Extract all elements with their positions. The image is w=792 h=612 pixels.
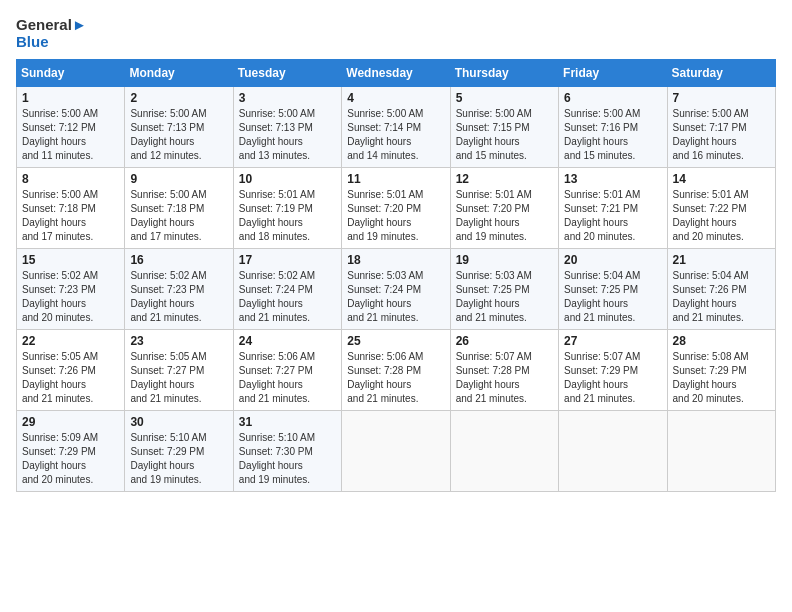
day-number: 2 [130, 91, 227, 105]
calendar-cell: 21 Sunrise: 5:04 AM Sunset: 7:26 PM Dayl… [667, 248, 775, 329]
day-number: 1 [22, 91, 119, 105]
day-info: Sunrise: 5:10 AM Sunset: 7:29 PM Dayligh… [130, 431, 227, 487]
day-number: 7 [673, 91, 770, 105]
calendar-cell: 26 Sunrise: 5:07 AM Sunset: 7:28 PM Dayl… [450, 329, 558, 410]
day-info: Sunrise: 5:00 AM Sunset: 7:17 PM Dayligh… [673, 107, 770, 163]
calendar-cell: 14 Sunrise: 5:01 AM Sunset: 7:22 PM Dayl… [667, 167, 775, 248]
day-info: Sunrise: 5:00 AM Sunset: 7:15 PM Dayligh… [456, 107, 553, 163]
day-info: Sunrise: 5:03 AM Sunset: 7:24 PM Dayligh… [347, 269, 444, 325]
calendar-cell: 7 Sunrise: 5:00 AM Sunset: 7:17 PM Dayli… [667, 86, 775, 167]
day-number: 30 [130, 415, 227, 429]
day-info: Sunrise: 5:00 AM Sunset: 7:14 PM Dayligh… [347, 107, 444, 163]
day-number: 22 [22, 334, 119, 348]
calendar-cell: 4 Sunrise: 5:00 AM Sunset: 7:14 PM Dayli… [342, 86, 450, 167]
day-number: 9 [130, 172, 227, 186]
calendar-cell: 12 Sunrise: 5:01 AM Sunset: 7:20 PM Dayl… [450, 167, 558, 248]
day-number: 29 [22, 415, 119, 429]
calendar-cell: 28 Sunrise: 5:08 AM Sunset: 7:29 PM Dayl… [667, 329, 775, 410]
day-number: 25 [347, 334, 444, 348]
day-number: 11 [347, 172, 444, 186]
calendar-cell: 3 Sunrise: 5:00 AM Sunset: 7:13 PM Dayli… [233, 86, 341, 167]
day-info: Sunrise: 5:00 AM Sunset: 7:18 PM Dayligh… [130, 188, 227, 244]
day-number: 8 [22, 172, 119, 186]
day-info: Sunrise: 5:07 AM Sunset: 7:28 PM Dayligh… [456, 350, 553, 406]
day-number: 4 [347, 91, 444, 105]
day-number: 13 [564, 172, 661, 186]
weekday-header: Saturday [667, 59, 775, 86]
day-number: 23 [130, 334, 227, 348]
weekday-header: Thursday [450, 59, 558, 86]
day-info: Sunrise: 5:07 AM Sunset: 7:29 PM Dayligh… [564, 350, 661, 406]
day-number: 15 [22, 253, 119, 267]
calendar-cell [450, 410, 558, 491]
day-info: Sunrise: 5:00 AM Sunset: 7:13 PM Dayligh… [239, 107, 336, 163]
day-info: Sunrise: 5:08 AM Sunset: 7:29 PM Dayligh… [673, 350, 770, 406]
calendar-cell: 9 Sunrise: 5:00 AM Sunset: 7:18 PM Dayli… [125, 167, 233, 248]
calendar-cell: 18 Sunrise: 5:03 AM Sunset: 7:24 PM Dayl… [342, 248, 450, 329]
calendar-cell: 19 Sunrise: 5:03 AM Sunset: 7:25 PM Dayl… [450, 248, 558, 329]
day-info: Sunrise: 5:06 AM Sunset: 7:28 PM Dayligh… [347, 350, 444, 406]
day-number: 14 [673, 172, 770, 186]
calendar-cell: 11 Sunrise: 5:01 AM Sunset: 7:20 PM Dayl… [342, 167, 450, 248]
day-number: 26 [456, 334, 553, 348]
day-number: 5 [456, 91, 553, 105]
calendar-cell: 13 Sunrise: 5:01 AM Sunset: 7:21 PM Dayl… [559, 167, 667, 248]
day-number: 20 [564, 253, 661, 267]
calendar-cell: 6 Sunrise: 5:00 AM Sunset: 7:16 PM Dayli… [559, 86, 667, 167]
day-info: Sunrise: 5:05 AM Sunset: 7:26 PM Dayligh… [22, 350, 119, 406]
day-number: 3 [239, 91, 336, 105]
day-info: Sunrise: 5:00 AM Sunset: 7:12 PM Dayligh… [22, 107, 119, 163]
day-number: 6 [564, 91, 661, 105]
weekday-header: Tuesday [233, 59, 341, 86]
day-number: 10 [239, 172, 336, 186]
day-number: 27 [564, 334, 661, 348]
calendar-table: SundayMondayTuesdayWednesdayThursdayFrid… [16, 59, 776, 492]
day-info: Sunrise: 5:03 AM Sunset: 7:25 PM Dayligh… [456, 269, 553, 325]
day-info: Sunrise: 5:02 AM Sunset: 7:24 PM Dayligh… [239, 269, 336, 325]
calendar-cell: 30 Sunrise: 5:10 AM Sunset: 7:29 PM Dayl… [125, 410, 233, 491]
calendar-cell: 24 Sunrise: 5:06 AM Sunset: 7:27 PM Dayl… [233, 329, 341, 410]
day-info: Sunrise: 5:02 AM Sunset: 7:23 PM Dayligh… [22, 269, 119, 325]
day-number: 31 [239, 415, 336, 429]
day-info: Sunrise: 5:04 AM Sunset: 7:26 PM Dayligh… [673, 269, 770, 325]
calendar-cell: 1 Sunrise: 5:00 AM Sunset: 7:12 PM Dayli… [17, 86, 125, 167]
weekday-header: Sunday [17, 59, 125, 86]
calendar-cell: 5 Sunrise: 5:00 AM Sunset: 7:15 PM Dayli… [450, 86, 558, 167]
weekday-header: Monday [125, 59, 233, 86]
day-info: Sunrise: 5:05 AM Sunset: 7:27 PM Dayligh… [130, 350, 227, 406]
day-info: Sunrise: 5:10 AM Sunset: 7:30 PM Dayligh… [239, 431, 336, 487]
day-info: Sunrise: 5:01 AM Sunset: 7:22 PM Dayligh… [673, 188, 770, 244]
day-number: 12 [456, 172, 553, 186]
day-info: Sunrise: 5:02 AM Sunset: 7:23 PM Dayligh… [130, 269, 227, 325]
calendar-cell: 2 Sunrise: 5:00 AM Sunset: 7:13 PM Dayli… [125, 86, 233, 167]
day-info: Sunrise: 5:06 AM Sunset: 7:27 PM Dayligh… [239, 350, 336, 406]
day-info: Sunrise: 5:01 AM Sunset: 7:21 PM Dayligh… [564, 188, 661, 244]
calendar-cell: 22 Sunrise: 5:05 AM Sunset: 7:26 PM Dayl… [17, 329, 125, 410]
calendar-cell [667, 410, 775, 491]
calendar-cell: 20 Sunrise: 5:04 AM Sunset: 7:25 PM Dayl… [559, 248, 667, 329]
day-info: Sunrise: 5:01 AM Sunset: 7:19 PM Dayligh… [239, 188, 336, 244]
day-number: 16 [130, 253, 227, 267]
calendar-cell: 27 Sunrise: 5:07 AM Sunset: 7:29 PM Dayl… [559, 329, 667, 410]
calendar-cell: 16 Sunrise: 5:02 AM Sunset: 7:23 PM Dayl… [125, 248, 233, 329]
page-header: General► Blue [16, 16, 776, 51]
calendar-cell [559, 410, 667, 491]
logo: General► Blue [16, 16, 87, 51]
day-info: Sunrise: 5:01 AM Sunset: 7:20 PM Dayligh… [347, 188, 444, 244]
day-number: 21 [673, 253, 770, 267]
day-number: 17 [239, 253, 336, 267]
calendar-cell: 10 Sunrise: 5:01 AM Sunset: 7:19 PM Dayl… [233, 167, 341, 248]
day-info: Sunrise: 5:09 AM Sunset: 7:29 PM Dayligh… [22, 431, 119, 487]
day-info: Sunrise: 5:00 AM Sunset: 7:16 PM Dayligh… [564, 107, 661, 163]
calendar-cell: 29 Sunrise: 5:09 AM Sunset: 7:29 PM Dayl… [17, 410, 125, 491]
day-info: Sunrise: 5:04 AM Sunset: 7:25 PM Dayligh… [564, 269, 661, 325]
calendar-cell: 8 Sunrise: 5:00 AM Sunset: 7:18 PM Dayli… [17, 167, 125, 248]
day-info: Sunrise: 5:01 AM Sunset: 7:20 PM Dayligh… [456, 188, 553, 244]
weekday-header: Friday [559, 59, 667, 86]
calendar-cell: 23 Sunrise: 5:05 AM Sunset: 7:27 PM Dayl… [125, 329, 233, 410]
calendar-cell: 17 Sunrise: 5:02 AM Sunset: 7:24 PM Dayl… [233, 248, 341, 329]
calendar-cell [342, 410, 450, 491]
calendar-cell: 25 Sunrise: 5:06 AM Sunset: 7:28 PM Dayl… [342, 329, 450, 410]
day-info: Sunrise: 5:00 AM Sunset: 7:13 PM Dayligh… [130, 107, 227, 163]
day-number: 24 [239, 334, 336, 348]
